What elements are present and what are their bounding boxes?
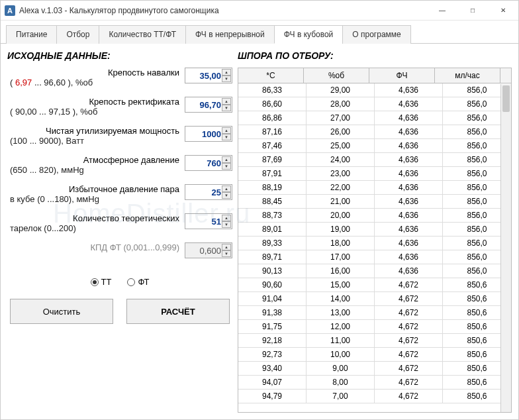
table-cell: 20,00 (307, 209, 375, 222)
radio-icon (91, 278, 99, 286)
table-cell: 16,00 (307, 264, 375, 278)
pressure-input[interactable]: 760 ▲▼ (185, 155, 232, 171)
table-cell: 87,46 (238, 139, 307, 152)
tab-bar: ПитаниеОтборКоличество ТТ/ФТФЧ в непреры… (1, 21, 518, 44)
table-row: 93,409,004,672850,6 (238, 362, 511, 376)
table-cell: 19,00 (307, 223, 375, 236)
table-row: 86,6028,004,636856,0 (238, 97, 511, 111)
radio-tt[interactable]: ТТ (91, 277, 112, 287)
calculate-button[interactable]: РАСЧЁТ (126, 299, 230, 324)
tab-4[interactable]: ФЧ в кубовой (274, 25, 344, 44)
table-cell: 8,00 (307, 376, 375, 389)
power-input[interactable]: 1000 ▲▼ (185, 126, 232, 142)
spinner-icon[interactable]: ▲▼ (222, 215, 231, 228)
table-cell: 4,636 (375, 181, 443, 194)
nav-strength-input[interactable]: 35,00 ▲▼ (185, 68, 232, 83)
tab-3[interactable]: ФЧ в непрерывной (185, 25, 275, 44)
table-cell: 25,00 (307, 139, 375, 152)
table-cell: 87,16 (238, 125, 307, 138)
tab-1[interactable]: Отбор (56, 25, 99, 44)
table-row: 87,6924,004,636856,0 (238, 153, 511, 167)
nav-strength-label: Крепость навалки (7, 68, 179, 78)
table-row: 91,0414,004,672850,6 (238, 292, 511, 306)
table-cell: 4,636 (375, 153, 443, 166)
table-cell: 4,636 (375, 236, 443, 250)
table-cell: 86,60 (238, 97, 307, 111)
table-cell: 14,00 (307, 292, 375, 305)
window-title: Alexa v.1.03 - Калькулятор продвинутого … (19, 6, 219, 15)
spinner-icon[interactable]: ▲▼ (222, 127, 231, 140)
table-body: 86,3329,004,636856,086,6028,004,636856,0… (238, 83, 511, 412)
table-cell: 4,636 (375, 111, 443, 125)
table-cell: 15,00 (307, 278, 375, 291)
table-cell: 4,636 (375, 209, 443, 222)
power-label: Чистая утилизируемая мощность (7, 126, 179, 136)
spinner-icon[interactable]: ▲▼ (222, 156, 231, 170)
spinner-icon[interactable]: ▲▼ (222, 69, 231, 82)
table-scrollbar[interactable] (500, 84, 511, 412)
table-row: 90,6015,004,672850,6 (238, 278, 511, 292)
table-cell: 4,636 (375, 264, 443, 278)
table-cell: 26,00 (307, 125, 375, 138)
table-cell: 92,73 (238, 348, 307, 361)
spinner-icon[interactable]: ▲▼ (222, 98, 231, 111)
results-pane: ШПОРА ПО ОТБОРУ: *С%обФЧмл/час 86,3329,0… (238, 48, 512, 413)
overpressure-input[interactable]: 25 ▲▼ (185, 184, 232, 200)
results-table: *С%обФЧмл/час 86,3329,004,636856,086,602… (238, 68, 512, 413)
rect-strength-input[interactable]: 96,70 ▲▼ (185, 97, 232, 113)
tab-0[interactable]: Питание (6, 25, 57, 44)
table-row: 88,7320,004,636856,0 (238, 209, 511, 223)
nav-strength-range-tail: ... 96,60 ), %об (34, 78, 93, 87)
app-icon: A (5, 5, 15, 16)
nav-strength-min: 6,97 (15, 78, 32, 87)
table-cell: 29,00 (307, 83, 375, 97)
table-cell: 21,00 (307, 195, 375, 208)
table-cell: 18,00 (307, 236, 375, 250)
table-row: 92,7310,004,672850,6 (238, 348, 511, 362)
overpressure-label: Избыточное давление пара (7, 184, 179, 194)
col-header: *С (238, 68, 304, 83)
table-row: 91,3813,004,672850,6 (238, 306, 511, 320)
table-cell: 7,00 (307, 390, 375, 403)
input-pane: ИСХОДНЫЕ ДАННЫЕ: Крепость навалки ( 6,97… (7, 48, 232, 413)
rect-strength-label: Крепость ректификата (7, 97, 179, 107)
scroll-thumb[interactable] (502, 85, 510, 112)
app-window: A Alexa v.1.03 - Калькулятор продвинутог… (0, 0, 519, 420)
table-cell: 28,00 (307, 97, 375, 111)
radio-ft[interactable]: ФТ (127, 277, 149, 287)
col-header: %об (304, 68, 369, 83)
minimize-button[interactable]: — (427, 1, 457, 21)
table-row: 88,1922,004,636856,0 (238, 181, 511, 195)
table-cell: 94,07 (238, 376, 307, 389)
clear-button[interactable]: Очистить (10, 299, 113, 324)
results-title: ШПОРА ПО ОТБОРУ: (238, 50, 512, 61)
kpd-label: КПД ФТ (0,001...0,999) (7, 242, 179, 252)
plates-label: Количество теоретических (7, 213, 179, 223)
col-header: ФЧ (369, 68, 435, 83)
spinner-icon[interactable]: ▲▼ (222, 185, 231, 199)
table-cell: 4,672 (375, 376, 443, 389)
tab-5[interactable]: О программе (342, 25, 410, 44)
table-cell: 89,33 (238, 236, 307, 250)
table-row: 87,4625,004,636856,0 (238, 139, 511, 153)
table-cell: 4,636 (375, 195, 443, 208)
maximize-button[interactable]: □ (457, 1, 488, 21)
table-cell: 88,19 (238, 181, 307, 194)
table-row: 89,7117,004,636856,0 (238, 250, 511, 264)
kpd-input: 0,600 ▲▼ (185, 242, 232, 258)
table-cell: 4,672 (375, 348, 443, 361)
table-cell: 10,00 (307, 348, 375, 361)
tab-2[interactable]: Количество ТТ/ФТ (99, 25, 186, 44)
table-cell: 4,672 (375, 306, 443, 319)
table-cell: 11,00 (307, 334, 375, 347)
table-cell: 4,636 (375, 139, 443, 152)
plates-input[interactable]: 51 ▲▼ (185, 213, 232, 229)
col-header: мл/час (435, 68, 500, 83)
table-cell: 23,00 (307, 167, 375, 180)
table-cell: 17,00 (307, 250, 375, 264)
table-cell: 4,636 (375, 223, 443, 236)
close-button[interactable]: ✕ (488, 1, 518, 21)
table-cell: 92,18 (238, 334, 307, 347)
power-range: (100 ... 9000), Ватт (7, 136, 179, 146)
table-cell: 4,636 (375, 83, 443, 97)
